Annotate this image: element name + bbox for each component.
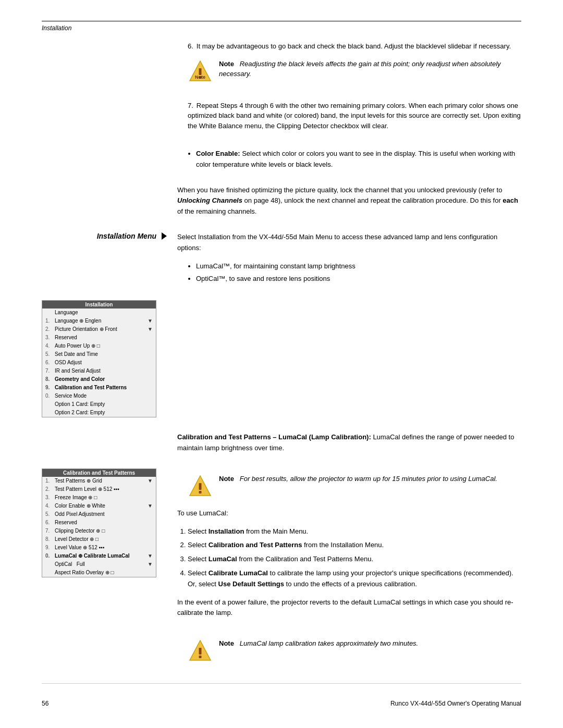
note3-right: Note LumaCal lamp calibration takes appr… (177, 633, 521, 673)
note2-label: Note (219, 475, 234, 483)
cal-row-aspect: Aspect Ratio Overlay ⊕ □ (42, 569, 156, 577)
menu-row-2: 2. Picture Orientation ⊕ Front ▼ (42, 325, 156, 334)
note3-text: Note LumaCal lamp calibration takes appr… (219, 638, 418, 649)
lock-para-block: When you have finished optimizing the pi… (42, 185, 521, 225)
color-enable-list: Color Enable: Select which color or colo… (196, 149, 521, 170)
step7-content: Repeat Steps 4 through 6 with the other … (188, 102, 521, 130)
page-footer: 56 Runco VX-44d/-55d Owner's Operating M… (42, 700, 521, 707)
cal-heading-left (42, 432, 177, 461)
note1-icon: Note (188, 59, 213, 84)
svg-rect-8 (199, 648, 202, 655)
to-use-lumacal-label: To use LumaCal: (177, 508, 521, 519)
note1-content: Readjusting the black levels affects the… (219, 60, 501, 78)
page-header: Installation (42, 24, 521, 32)
menu-row-3: 3. Reserved (42, 334, 156, 342)
note3-icon (188, 638, 213, 663)
step6-text: 6. It may be advantageous to go back and… (188, 41, 521, 52)
color-enable-text: Select which color or colors you want to… (196, 150, 515, 168)
manual-title: Runco VX-44d/-55d Owner's Operating Manu… (390, 700, 521, 707)
lock-para-left (42, 185, 177, 225)
lumacal-step-4: Select Calibrate LumaCal to calibrate th… (188, 568, 521, 590)
cal-row-9: 9. Level Value ⊕ 512 ▪▪▪ (42, 544, 156, 552)
color-enable-label: Color Enable: (196, 150, 240, 157)
svg-text:Note: Note (195, 75, 205, 80)
lumacal-steps-list: Select Installation from the Main Menu. … (188, 526, 521, 590)
menu-row-0: 0. Service Mode (42, 392, 156, 400)
cal-menu-title: Calibration and Test Patterns (42, 469, 156, 477)
menu-row-opt2: Option 2 Card: Empty (42, 409, 156, 417)
step7-number: 7. (188, 101, 193, 111)
svg-rect-9 (199, 656, 202, 658)
cal-menu-col: Calibration and Test Patterns 1. Test Pa… (42, 468, 177, 626)
cal-row-3: 3. Freeze Image ⊕ □ (42, 493, 156, 502)
note3-box: Note LumaCal lamp calibration takes appr… (188, 638, 521, 663)
note1-text: Note Readjusting the black levels affect… (219, 59, 521, 79)
menu-row-9: 9. Calibration and Test Patterns (42, 384, 156, 392)
installation-menu-title: Installation (42, 301, 156, 309)
each-emphasis: each (503, 196, 518, 204)
color-enable-right: Color Enable: Select which color or colo… (177, 145, 521, 178)
cal-menu-screenshot: Calibration and Test Patterns 1. Test Pa… (42, 468, 156, 577)
step7-block: 7. Repeat Steps 4 through 6 with the oth… (42, 101, 521, 139)
menu-row-1: 1. Language ⊕ Englen ▼ (42, 317, 156, 325)
optical-bullet: OptiCal™, to save and restore lens posit… (196, 274, 521, 285)
installation-menu-description: Select Installation from the VX-44d/-55d… (177, 232, 521, 254)
installation-menu-label-text: Installation Menu (97, 232, 156, 240)
menu-row-lang-header: Language (42, 309, 156, 317)
unlocking-channels-ref: Unlocking Channels (177, 196, 242, 204)
lumacal-steps: Select Installation from the Main Menu. … (177, 526, 521, 590)
lumacal-step3-bold: LumaCal (209, 555, 237, 563)
lumacal-step-3: Select LumaCal from the Calibration and … (188, 554, 521, 565)
color-enable-left (42, 145, 177, 178)
cal-heading-right: Calibration and Test Patterns – LumaCal … (177, 432, 521, 461)
cal-row-8: 8. Level Detector ⊕ □ (42, 535, 156, 544)
step6-content: It may be advantageous to go back and ch… (197, 42, 511, 50)
menu-row-5: 5. Set Date and Time (42, 350, 156, 359)
lumacal-step2-bold: Calibration and Test Patterns (209, 541, 302, 549)
note2-content: For best results, allow the projector to… (240, 475, 497, 483)
installation-menu-section: Installation Menu Select Installation fr… (42, 232, 521, 292)
cal-row-1: 1. Test Patterns ⊕ Grid ▼ (42, 477, 156, 485)
cal-heading-text: Calibration and Test Patterns – LumaCal … (177, 432, 521, 454)
cal-row-0: 0. LumaCal ⊕ Calibrate LumaCal ▼ (42, 552, 156, 560)
cal-heading-bold: Calibration and Test Patterns – LumaCal … (177, 433, 371, 441)
lumacal-step4-bold2: Use Default Settings (218, 580, 284, 588)
installation-menu-screenshot: Installation Language 1. Language ⊕ Engl… (42, 300, 156, 417)
step6-number: 6. (188, 41, 193, 52)
note3-left (42, 633, 177, 673)
installation-screenshot-block: Installation Language 1. Language ⊕ Engl… (42, 300, 521, 425)
page-number: 56 (42, 700, 48, 707)
note3-label: Note (219, 639, 234, 647)
lumacal-step1-bold: Installation (209, 527, 244, 535)
step7-text: 7. Repeat Steps 4 through 6 with the oth… (188, 101, 521, 131)
color-enable-block: Color Enable: Select which color or colo… (42, 145, 521, 178)
note2-icon (188, 474, 213, 499)
menu-row-7: 7. IR and Serial Adjust (42, 367, 156, 375)
note3-content: LumaCal lamp calibration takes approxima… (240, 639, 419, 647)
lock-para-text: When you have finished optimizing the pi… (177, 185, 521, 217)
cal-row-6: 6. Reserved (42, 519, 156, 527)
lumacal-bullet: LumaCal™, for maintaining constant lamp … (196, 261, 521, 272)
note3-block: Note LumaCal lamp calibration takes appr… (42, 633, 521, 673)
cal-row-5: 5. Odd Pixel Adjustment (42, 510, 156, 519)
lumacal-step-2: Select Calibration and Test Patterns fro… (188, 540, 521, 551)
cal-row-4: 4. Color Enable ⊕ White ▼ (42, 502, 156, 510)
note2-cal-block: Calibration and Test Patterns 1. Test Pa… (42, 468, 521, 626)
page: Installation 6. It may be advantageous t… (0, 0, 563, 728)
color-enable-item: Color Enable: Select which color or colo… (196, 149, 521, 170)
top-rule (42, 21, 521, 21)
installation-bullets: LumaCal™, for maintaining constant lamp … (196, 261, 521, 285)
step7-right: 7. Repeat Steps 4 through 6 with the oth… (177, 101, 521, 139)
lock-para-right: When you have finished optimizing the pi… (177, 185, 521, 225)
step7-left (42, 101, 177, 139)
menu-row-8: 8. Geometry and Color (42, 375, 156, 384)
menu-row-4: 4. Auto Power Up ⊕ □ (42, 342, 156, 350)
installation-menu-content: Select Installation from the VX-44d/-55d… (177, 232, 521, 292)
svg-rect-6 (199, 491, 202, 493)
step6-left (42, 41, 177, 93)
installation-right-blank (177, 300, 521, 425)
installation-screenshot-col: Installation Language 1. Language ⊕ Engl… (42, 300, 177, 425)
note1-box: Note Note Readjusting the black levels a… (188, 59, 521, 84)
note2-right: Note For best results, allow the project… (177, 468, 521, 626)
cal-heading-block: Calibration and Test Patterns – LumaCal … (42, 432, 521, 461)
